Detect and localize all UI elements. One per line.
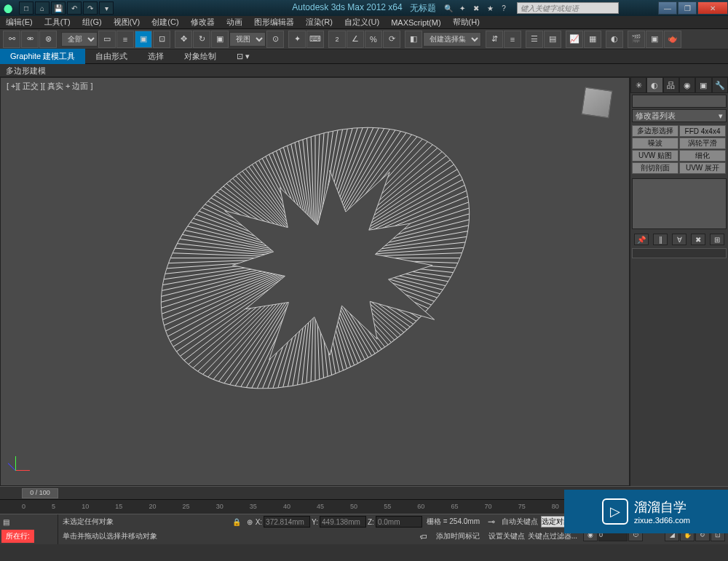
key-lock-icon[interactable]: ⊸ — [484, 517, 499, 527]
snap-2d-icon[interactable]: 2 — [328, 31, 346, 48]
minimize-button[interactable]: — — [658, 1, 677, 15]
app-icon[interactable]: ⬤ — [0, 0, 16, 16]
tab-create-icon[interactable]: ✳ — [630, 77, 646, 93]
mod-uvwmap[interactable]: UVW 贴图 — [632, 150, 678, 162]
add-time-tag[interactable]: 添加时间标记 — [430, 531, 486, 541]
render-setup-icon[interactable]: 🎬 — [628, 31, 645, 48]
close-button[interactable]: ✕ — [697, 1, 728, 15]
qat-new-icon[interactable]: □ — [19, 1, 33, 15]
window-crossing-icon[interactable]: ⊡ — [153, 31, 170, 48]
menu-group[interactable]: 组(G) — [76, 15, 108, 29]
menu-create[interactable]: 创建(C) — [146, 15, 184, 29]
menu-views[interactable]: 视图(V) — [108, 15, 146, 29]
link-icon[interactable]: ⚯ — [3, 31, 20, 48]
menu-maxscript[interactable]: MAXScript(M) — [385, 17, 446, 28]
viewcube[interactable] — [579, 85, 614, 120]
selection-filter[interactable]: 全部 — [61, 32, 98, 47]
modifier-list-dropdown[interactable]: 修改器列表 ▾ — [632, 109, 727, 122]
x-input[interactable] — [264, 516, 310, 528]
bind-icon[interactable]: ⊗ — [39, 31, 57, 48]
help-icon[interactable]: ? — [498, 2, 510, 14]
ribbon-tab-graphite[interactable]: Graphite 建模工具 — [0, 49, 85, 64]
render-frame-icon[interactable]: ▣ — [646, 31, 663, 48]
mod-turbosmooth[interactable]: 涡轮平滑 — [679, 138, 726, 149]
layer-manager-icon[interactable]: ▤ — [544, 31, 561, 48]
mod-noise[interactable]: 噪波 — [632, 138, 678, 149]
tab-utilities-icon[interactable]: 🔧 — [712, 77, 728, 93]
search-icon[interactable]: 🔍 — [443, 2, 454, 14]
menu-help[interactable]: 帮助(H) — [447, 15, 486, 29]
align-icon[interactable]: ≡ — [504, 31, 521, 48]
layers-icon[interactable]: ☰ — [526, 31, 543, 48]
help-search-input[interactable] — [517, 2, 619, 14]
mirror-icon[interactable]: ⇵ — [486, 31, 503, 48]
script-icon[interactable]: ▤ — [0, 518, 12, 526]
show-result-icon[interactable]: ‖ — [653, 234, 668, 245]
subscription-icon[interactable]: ✦ — [456, 2, 468, 14]
ref-coord-system[interactable]: 视图 — [229, 32, 266, 47]
time-tag-icon[interactable]: 🏷 — [417, 533, 430, 541]
modifier-stack[interactable] — [632, 178, 727, 229]
select-name-icon[interactable]: ≡ — [116, 31, 134, 48]
schematic-icon[interactable]: ▦ — [584, 31, 601, 48]
move-icon[interactable]: ✥ — [175, 31, 192, 48]
remove-mod-icon[interactable]: ✖ — [691, 234, 705, 245]
tab-modify-icon[interactable]: ◐ — [646, 77, 662, 93]
snap-angle-icon[interactable]: ∠ — [347, 31, 364, 48]
snap-percent-icon[interactable]: % — [365, 31, 382, 48]
favorite-icon[interactable]: ★ — [484, 2, 496, 14]
curve-editor-icon[interactable]: 📈 — [566, 31, 583, 48]
qat-more-icon[interactable]: ▾ — [99, 1, 114, 15]
render-icon[interactable]: 🫖 — [664, 31, 681, 48]
menu-grapheditors[interactable]: 图形编辑器 — [248, 15, 300, 29]
rollout-bar[interactable] — [632, 248, 727, 258]
keyboard-icon[interactable]: ⌨ — [306, 31, 324, 48]
qat-open-icon[interactable]: ⌂ — [35, 1, 50, 15]
autokey-button[interactable]: 自动关键点 — [502, 517, 538, 527]
menu-customize[interactable]: 自定义(U) — [339, 15, 385, 29]
select-icon[interactable]: ▭ — [98, 31, 116, 48]
menu-rendering[interactable]: 渲染(R) — [300, 15, 339, 29]
named-selset-icon[interactable]: ◧ — [405, 31, 422, 48]
unlink-icon[interactable]: ⚮ — [21, 31, 39, 48]
tab-display-icon[interactable]: ▣ — [695, 77, 711, 93]
lock-selection-icon[interactable]: 🔒 — [229, 518, 244, 526]
qat-redo-icon[interactable]: ↷ — [83, 1, 98, 15]
make-unique-icon[interactable]: ∀ — [672, 234, 687, 245]
mod-ffd[interactable]: FFD 4x4x4 — [679, 125, 726, 137]
z-input[interactable] — [376, 516, 422, 528]
named-selset-dropdown[interactable]: 创建选择集 — [423, 32, 481, 47]
exchange-icon[interactable]: ✖ — [470, 2, 482, 14]
select-region-icon[interactable]: ▣ — [135, 31, 152, 48]
viewport-label[interactable]: [ +][ 正交 ][ 真实 + 边面 ] — [7, 81, 93, 92]
menu-tools[interactable]: 工具(T) — [39, 15, 76, 29]
menu-animation[interactable]: 动画 — [221, 15, 248, 29]
pivot-icon[interactable]: ⊙ — [266, 31, 284, 48]
mod-slice[interactable]: 剖切剖面 — [632, 162, 678, 174]
tab-hierarchy-icon[interactable]: 品 — [663, 77, 679, 93]
material-icon[interactable]: ◐ — [606, 31, 623, 48]
configure-icon[interactable]: ⊞ — [710, 234, 724, 245]
absolute-icon[interactable]: ⊕ — [244, 518, 256, 526]
mod-polyselect[interactable]: 多边形选择 — [632, 125, 678, 137]
menu-modifiers[interactable]: 修改器 — [185, 15, 221, 29]
mod-uvwunwrap[interactable]: UVW 展开 — [679, 162, 726, 174]
manipulate-icon[interactable]: ✦ — [288, 31, 306, 48]
axis-gizmo[interactable] — [8, 449, 37, 478]
snap-spinner-icon[interactable]: ⟳ — [383, 31, 400, 48]
maximize-button[interactable]: ❐ — [678, 1, 697, 15]
record-button[interactable]: 所在行: — [1, 530, 34, 543]
viewport-object[interactable] — [111, 62, 519, 455]
menu-edit[interactable]: 编辑(E) — [0, 15, 39, 29]
mod-tessellate[interactable]: 细化 — [679, 150, 726, 162]
rotate-icon[interactable]: ↻ — [193, 31, 210, 48]
scale-icon[interactable]: ▣ — [211, 31, 229, 48]
tab-motion-icon[interactable]: ◉ — [679, 77, 695, 93]
y-input[interactable] — [320, 516, 366, 528]
time-slider-handle[interactable]: 0 / 100 — [22, 488, 58, 498]
qat-undo-icon[interactable]: ↶ — [67, 1, 82, 15]
object-name-field[interactable] — [632, 95, 727, 108]
pin-stack-icon[interactable]: 📌 — [634, 234, 649, 245]
qat-save-icon[interactable]: 💾 — [51, 1, 66, 15]
viewport[interactable]: [ +][ 正交 ][ 真实 + 边面 ] — [0, 77, 630, 486]
